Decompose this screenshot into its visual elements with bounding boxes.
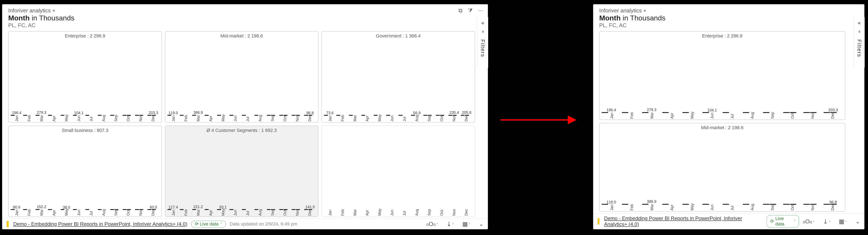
axis-tick: Sep [114,117,118,121]
axis-tick: Dec [308,211,312,216]
axis-tick: Jan [172,211,176,216]
chart-cell-title: Enterprise : 2 296.9 [602,33,843,39]
axis-tick: Aug [101,211,106,216]
bar-hollow [642,112,648,113]
data-label: 117.4 [168,205,178,209]
axis-tick: Mar [196,211,200,216]
bar-hollow [783,204,789,205]
bar-hollow [436,115,440,116]
bar-hollow [622,204,628,205]
layout-grid-icon[interactable]: ▦˄ [839,218,847,225]
small-multiples-stack: Enterprise : 2 296.9196.4279.3104.1203.3… [593,29,864,213]
axis-tick: Feb [27,211,32,216]
axis-tick: Jan [610,114,614,119]
bar-hollow [743,112,749,113]
live-data-pill[interactable]: ⟳ Live data ˄ [191,221,226,228]
expand-chevron-icon[interactable]: ⌄ [855,218,860,225]
axis-tick: May [221,117,225,121]
visual-header-icons: ⧉ ⧩ ⋯ [459,7,484,14]
axis-tick: Apr [52,117,56,121]
bar-hollow [803,204,810,205]
data-label: 279.3 [37,111,46,115]
transition-arrow [501,114,576,126]
axis-tick: Feb [630,114,634,119]
bar-group [242,115,254,116]
axis-tick: Jan [15,117,19,121]
data-label: 152.2 [37,205,46,209]
axis-tick: Sep [114,211,118,216]
chart-cell[interactable]: Mid-market : 2 198.6119.0386.996.8JanFeb… [599,123,845,212]
bar-hollow [180,209,184,210]
refresh-dataset-icon[interactable]: ⤓˄ [823,218,830,225]
chart-cell[interactable]: Enterprise : 2 296.9196.4279.3104.1203.3… [599,31,845,120]
axis-tick: Aug [101,117,106,121]
more-options-icon[interactable]: ⋯ [478,7,484,14]
bar-hollow [386,115,390,116]
axis-tick: Mar [353,117,357,121]
x-axis: JanFebMarAprMayJunJulAugSepOctNovDec [11,116,159,121]
bar-hollow [763,112,769,113]
axis-tick: Apr [209,117,213,121]
bar-hollow [267,209,271,210]
bar-hollow [192,209,196,210]
rail-collapse-icon[interactable]: « [858,20,861,26]
axis-tick: Sep [770,114,775,119]
chart-cell[interactable]: Mid-market : 2 198.6119.0386.996.8JanFeb… [165,31,319,123]
refresh-dataset-icon[interactable]: ⤓˄ [446,221,454,228]
brand-line: Inforiver analytics + [599,7,858,14]
bar-hollow [205,209,209,210]
expand-chevron-icon[interactable]: ⌄ [479,221,484,228]
visual-subtitle: PL, FC, AC [8,22,482,29]
filters-rail[interactable]: « ᴵᴵ Filters [854,17,865,67]
report-link[interactable]: Demo - Embedding Power BI Reports in Pow… [604,215,763,227]
axis-tick: Jun [710,206,714,211]
addin-footer: Demo - Embedding Power BI Reports in Pow… [2,218,488,229]
sync-icon: ⟳ [195,221,198,227]
axis-tick: Dec [151,211,155,216]
filters-rail[interactable]: « ᴵᴵ Filters [477,17,488,67]
data-label: 196.4 [607,108,616,112]
bar-plot: 119.0386.996.8 [602,131,843,205]
report-pane-wide: Inforiver analytics + Month in Thousands… [2,4,488,229]
axis-tick: Sep [770,206,775,211]
visual-title: Month in Thousands [599,14,858,22]
chart-cell-title: Small business : 907.3 [11,128,159,133]
bar-hollow [336,115,340,116]
live-data-pill[interactable]: ⟳ Live data ˄ [767,215,799,228]
bar-plot: 117.4221.293.1141.5 [167,134,316,210]
axis-tick: Jul [246,117,250,121]
rail-collapse-icon[interactable]: « [482,20,484,26]
axis-tick: Mar [650,114,654,119]
bar-plot: 196.4279.3104.1203.3 [602,39,843,113]
axis-tick: Jul [730,114,735,119]
axis-tick: Apr [670,206,674,211]
chart-cell[interactable]: Small business : 907.380.6152.238.060.5J… [8,126,162,217]
data-label: 386.9 [647,200,656,204]
layout-grid-icon[interactable]: ▦˄ [462,221,470,228]
bar-hollow [229,209,234,210]
bar-hollow [35,209,39,210]
axis-tick: Feb [184,211,188,216]
small-multiples-grid: Enterprise : 2 296.9196.4279.3104.1203.3… [2,29,488,218]
x-axis: JanFebMarAprMayJunJulAugSepOctNovDec [167,210,316,216]
data-insights-icon[interactable]: ₀O₀˄ [426,221,438,228]
data-insights-icon[interactable]: ₀O₀˄ [803,218,814,225]
filter-funnel-icon[interactable]: ⧩ [468,7,473,14]
copy-icon[interactable]: ⧉ [459,7,463,14]
chart-cell[interactable]: Enterprise : 2 296.9196.4279.3104.1203.3… [8,31,162,123]
chart-cell[interactable]: Ø 4 Customer Segments : 1 692.3117.4221.… [165,126,319,217]
axis-tick: Feb [27,117,32,121]
report-link[interactable]: Demo - Embedding Power BI Reports in Pow… [13,221,187,227]
bar-hollow [192,115,196,116]
axis-tick: Aug [258,211,262,216]
axis-tick: Feb [340,117,345,121]
chart-cell[interactable]: Government : 1 366.473.656.9235.4205.8Ja… [321,31,475,123]
bar-hollow [361,115,365,116]
addin-footer: Demo - Embedding Power BI Reports in Pow… [593,213,864,229]
visual-title: Month in Thousands [8,14,482,22]
x-axis: JanFebMarAprMayJunJulAugSepOctNovDec [167,116,316,121]
bar-hollow [23,115,27,116]
bar-group [242,209,254,210]
axis-tick: Aug [258,117,262,121]
x-axis: JanFebMarAprMayJunJulAugSepOctNovDec [324,116,473,121]
